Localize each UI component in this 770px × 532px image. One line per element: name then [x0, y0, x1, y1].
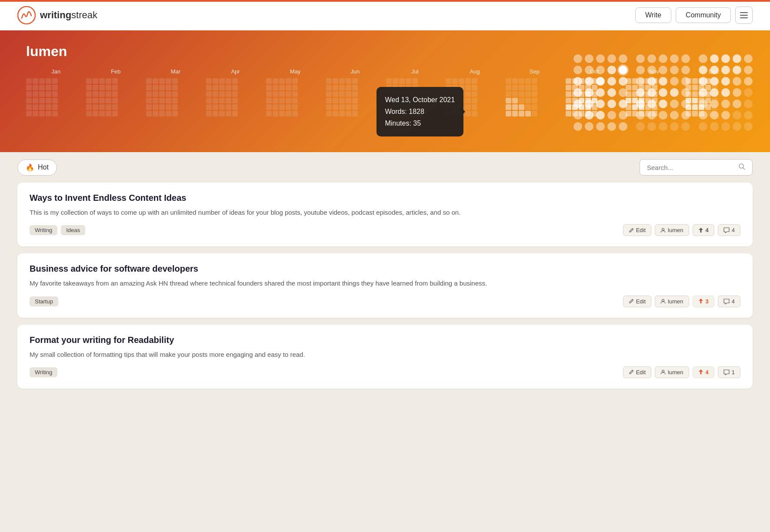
calendar-day-cell[interactable] [159, 91, 165, 97]
calendar-day-cell[interactable] [512, 78, 518, 84]
activity-dot[interactable] [721, 100, 730, 108]
calendar-day-cell[interactable] [532, 111, 537, 116]
calendar-day-cell[interactable] [519, 104, 524, 110]
activity-dot[interactable] [721, 122, 730, 131]
calendar-day-cell[interactable] [206, 111, 212, 116]
calendar-day-cell[interactable] [112, 78, 118, 84]
activity-dot[interactable] [699, 88, 707, 97]
calendar-day-cell[interactable] [339, 85, 345, 90]
calendar-day-cell[interactable] [172, 78, 178, 84]
activity-dot[interactable] [636, 77, 645, 86]
activity-dot[interactable] [619, 111, 627, 120]
calendar-day-cell[interactable] [86, 78, 92, 84]
calendar-day-cell[interactable] [566, 85, 571, 90]
calendar-day-cell[interactable] [459, 78, 464, 84]
activity-dot[interactable] [681, 77, 690, 86]
write-button[interactable]: Write [635, 7, 671, 23]
activity-dot[interactable] [744, 111, 753, 120]
calendar-day-cell[interactable] [519, 78, 524, 84]
activity-dot[interactable] [619, 54, 627, 63]
activity-dot[interactable] [744, 77, 753, 86]
calendar-day-cell[interactable] [112, 98, 118, 103]
calendar-day-cell[interactable] [26, 111, 32, 116]
activity-dot[interactable] [636, 66, 645, 74]
edit-button[interactable]: Edit [623, 366, 651, 378]
calendar-day-cell[interactable] [566, 98, 571, 103]
calendar-day-cell[interactable] [52, 85, 58, 90]
comment-button[interactable]: 4 [718, 224, 740, 236]
calendar-day-cell[interactable] [219, 98, 225, 103]
activity-dot[interactable] [670, 77, 679, 86]
calendar-day-cell[interactable] [153, 104, 158, 110]
calendar-day-cell[interactable] [146, 111, 152, 116]
activity-dot[interactable] [670, 100, 679, 108]
calendar-day-cell[interactable] [506, 111, 511, 116]
activity-dot[interactable] [596, 66, 605, 74]
calendar-day-cell[interactable] [346, 78, 351, 84]
calendar-day-cell[interactable] [172, 98, 178, 103]
calendar-day-cell[interactable] [153, 91, 158, 97]
calendar-day-cell[interactable] [339, 78, 345, 84]
activity-dot[interactable] [733, 100, 741, 108]
calendar-day-cell[interactable] [39, 98, 45, 103]
calendar-day-cell[interactable] [86, 85, 92, 90]
calendar-day-cell[interactable] [159, 98, 165, 103]
post-tag[interactable]: Writing [30, 367, 57, 377]
calendar-day-cell[interactable] [219, 85, 225, 90]
calendar-day-cell[interactable] [106, 111, 111, 116]
edit-button[interactable]: Edit [623, 296, 651, 307]
activity-dot[interactable] [670, 66, 679, 74]
calendar-day-cell[interactable] [93, 78, 98, 84]
activity-dot[interactable] [699, 77, 707, 86]
activity-dot[interactable] [733, 111, 741, 120]
calendar-day-cell[interactable] [166, 111, 171, 116]
calendar-day-cell[interactable] [393, 78, 398, 84]
calendar-day-cell[interactable] [333, 78, 338, 84]
calendar-day-cell[interactable] [333, 85, 338, 90]
post-tag[interactable]: Writing [30, 225, 57, 235]
calendar-day-cell[interactable] [166, 91, 171, 97]
calendar-day-cell[interactable] [286, 78, 291, 84]
calendar-day-cell[interactable] [465, 78, 471, 84]
calendar-day-cell[interactable] [352, 78, 358, 84]
calendar-day-cell[interactable] [352, 91, 358, 97]
calendar-day-cell[interactable] [506, 104, 511, 110]
calendar-day-cell[interactable] [333, 98, 338, 103]
calendar-day-cell[interactable] [346, 111, 351, 116]
calendar-day-cell[interactable] [406, 78, 411, 84]
calendar-day-cell[interactable] [273, 78, 278, 84]
activity-dot[interactable] [607, 54, 616, 63]
activity-dot[interactable] [721, 54, 730, 63]
calendar-day-cell[interactable] [279, 98, 285, 103]
calendar-day-cell[interactable] [286, 98, 291, 103]
activity-dot[interactable] [619, 88, 627, 97]
calendar-day-cell[interactable] [86, 104, 92, 110]
calendar-day-cell[interactable] [213, 91, 218, 97]
activity-dot[interactable] [659, 77, 667, 86]
calendar-day-cell[interactable] [52, 111, 58, 116]
calendar-day-cell[interactable] [39, 91, 45, 97]
calendar-day-cell[interactable] [532, 78, 537, 84]
calendar-day-cell[interactable] [106, 85, 111, 90]
activity-dot[interactable] [607, 122, 616, 131]
activity-dot[interactable] [733, 77, 741, 86]
author-button[interactable]: lumen [655, 366, 689, 378]
calendar-day-cell[interactable] [279, 111, 285, 116]
calendar-day-cell[interactable] [532, 91, 537, 97]
calendar-day-cell[interactable] [286, 111, 291, 116]
activity-dot[interactable] [659, 54, 667, 63]
calendar-day-cell[interactable] [512, 111, 518, 116]
calendar-day-cell[interactable] [26, 85, 32, 90]
activity-dot[interactable] [573, 66, 582, 74]
calendar-day-cell[interactable] [153, 85, 158, 90]
calendar-day-cell[interactable] [506, 91, 511, 97]
calendar-day-cell[interactable] [566, 91, 571, 97]
calendar-day-cell[interactable] [153, 98, 158, 103]
calendar-day-cell[interactable] [279, 104, 285, 110]
calendar-day-cell[interactable] [112, 111, 118, 116]
activity-dot[interactable] [670, 122, 679, 131]
activity-dot[interactable] [619, 122, 627, 131]
calendar-day-cell[interactable] [352, 85, 358, 90]
calendar-day-cell[interactable] [146, 78, 152, 84]
activity-dot[interactable] [744, 54, 753, 63]
